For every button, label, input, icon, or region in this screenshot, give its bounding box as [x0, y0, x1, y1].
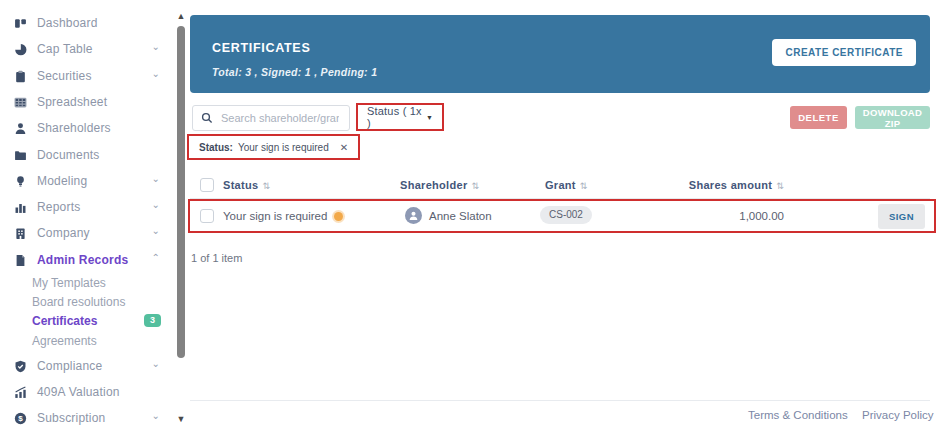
- sort-icon[interactable]: ⇅: [262, 181, 270, 191]
- sidebar-item-documents[interactable]: Documents: [14, 146, 166, 164]
- sidebar-item-compliance[interactable]: Compliance ⌄: [14, 357, 166, 375]
- chevron-down-icon: ⌄: [152, 226, 160, 236]
- pie-chart-icon: [14, 43, 27, 56]
- sidebar-item-label: Shareholders: [37, 121, 111, 135]
- search-input[interactable]: [219, 111, 341, 125]
- sidebar-item-spreadsheet[interactable]: Spreadsheet: [14, 93, 166, 111]
- sidebar-item-cap-table[interactable]: Cap Table ⌄: [14, 40, 166, 58]
- sort-icon[interactable]: ⇅: [472, 181, 480, 191]
- certificates-header-card: CERTIFICATES Total: 3 , Signed: 1 , Pend…: [190, 15, 930, 93]
- sidebar-subitem-board-resolutions[interactable]: Board resolutions: [32, 295, 125, 309]
- sidebar-item-modeling[interactable]: Modeling ⌄: [14, 172, 166, 190]
- sidebar-item-label: Company: [37, 226, 90, 240]
- clipboard-icon: [14, 70, 27, 83]
- sidebar-subitem-agreements[interactable]: Agreements: [32, 334, 97, 348]
- sidebar-item-label: Spreadsheet: [37, 95, 107, 109]
- scrollbar-down-arrow-icon[interactable]: ▼: [175, 414, 187, 424]
- sidebar-item-409a-valuation[interactable]: 409A Valuation: [14, 383, 166, 401]
- filter-chip-value: Your sign is required: [238, 142, 329, 153]
- status-filter-label: Status ( 1x ): [367, 105, 426, 129]
- sidebar-item-shareholders[interactable]: Shareholders: [14, 119, 166, 137]
- sort-icon[interactable]: ⇅: [776, 181, 784, 191]
- lightbulb-icon: [14, 175, 27, 188]
- records-icon: [14, 254, 27, 267]
- dashboard-icon: [14, 17, 27, 30]
- delete-button[interactable]: DELETE: [790, 106, 847, 129]
- sidebar-item-label: Admin Records: [37, 253, 128, 267]
- bar-chart-icon: [14, 201, 27, 214]
- search-box[interactable]: [192, 105, 350, 131]
- column-header-grant: Grant⇅: [545, 179, 588, 191]
- pagination-summary: 1 of 1 item: [191, 252, 242, 264]
- sidebar-item-label: Dashboard: [37, 16, 98, 30]
- chevron-down-icon: ⌄: [152, 42, 160, 52]
- sidebar-item-label: Subscription: [37, 411, 105, 425]
- terms-link[interactable]: Terms & Conditions: [748, 409, 848, 421]
- row-shareholder-cell: Anne Slaton: [429, 210, 492, 222]
- shield-icon: [14, 360, 27, 373]
- folder-icon: [14, 149, 27, 162]
- app: Dashboard Cap Table ⌄ Securities ⌄ Sprea…: [0, 0, 939, 434]
- select-all-checkbox[interactable]: [200, 178, 214, 192]
- create-certificate-button[interactable]: CREATE CERTIFICATE: [772, 39, 916, 66]
- sidebar-item-label: Cap Table: [37, 42, 93, 56]
- sidebar-subitem-certificates[interactable]: Certificates: [32, 314, 97, 328]
- scrollbar-up-arrow-icon[interactable]: ▲: [175, 11, 187, 21]
- sort-icon[interactable]: ⇅: [580, 181, 588, 191]
- sidebar-item-dashboard[interactable]: Dashboard: [14, 14, 166, 32]
- filter-chip-prefix: Status:: [199, 142, 233, 153]
- footer-divider: [190, 400, 930, 401]
- chevron-down-icon: ⌄: [152, 69, 160, 79]
- row-status-cell: Your sign is required: [223, 210, 343, 222]
- sidebar-item-label: Compliance: [37, 359, 102, 373]
- trend-chart-icon: [14, 386, 27, 399]
- page-title: CERTIFICATES: [212, 41, 310, 55]
- certificates-count-badge: 3: [144, 314, 161, 327]
- column-header-status: Status⇅: [223, 179, 270, 191]
- active-filter-chip[interactable]: Status: Your sign is required ✕: [187, 134, 360, 160]
- column-header-shareholder: Shareholder⇅: [400, 179, 479, 191]
- sidebar-subitem-my-templates[interactable]: My Templates: [32, 276, 106, 290]
- chevron-up-icon: ⌃: [152, 253, 160, 263]
- status-filter-dropdown[interactable]: Status ( 1x ) ▼: [356, 103, 444, 131]
- person-icon: [14, 122, 27, 135]
- main-content: CERTIFICATES Total: 3 , Signed: 1 , Pend…: [190, 0, 930, 434]
- sidebar-item-securities[interactable]: Securities ⌄: [14, 67, 166, 85]
- sidebar-item-company[interactable]: Company ⌄: [14, 224, 166, 242]
- sidebar-item-label: 409A Valuation: [37, 385, 120, 399]
- search-icon: [201, 112, 213, 124]
- sidebar-item-label: Modeling: [37, 174, 87, 188]
- row-shares-cell: 1,000.00: [682, 210, 784, 222]
- chevron-down-icon: ⌄: [152, 359, 160, 369]
- certificates-summary: Total: 3 , Signed: 1 , Pending: 1: [212, 66, 377, 78]
- scrollbar-thumb[interactable]: [177, 26, 185, 358]
- svg-text:$: $: [18, 414, 23, 423]
- sidebar-item-label: Reports: [37, 200, 80, 214]
- sidebar-item-admin-records[interactable]: Admin Records ⌃: [14, 251, 166, 269]
- building-icon: [14, 227, 27, 240]
- sign-button[interactable]: SIGN: [878, 204, 925, 229]
- chevron-down-icon: ⌄: [152, 174, 160, 184]
- dropdown-arrow-icon: ▼: [426, 114, 433, 121]
- sidebar-item-reports[interactable]: Reports ⌄: [14, 198, 166, 216]
- download-zip-button[interactable]: DOWNLOAD ZIP: [855, 106, 930, 129]
- privacy-link[interactable]: Privacy Policy: [862, 409, 934, 421]
- avatar: [405, 207, 422, 224]
- sidebar-item-subscription[interactable]: $ Subscription ⌄: [14, 409, 166, 427]
- row-checkbox[interactable]: [200, 209, 214, 223]
- pending-signature-icon: [334, 212, 343, 221]
- sidebar-item-label: Documents: [37, 148, 100, 162]
- dollar-circle-icon: $: [14, 412, 27, 425]
- chevron-down-icon: ⌄: [152, 200, 160, 210]
- column-header-shares-amount: Shares amount⇅: [668, 179, 784, 191]
- sidebar-item-label: Securities: [37, 69, 92, 83]
- chevron-down-icon: ⌄: [152, 411, 160, 421]
- sidebar: Dashboard Cap Table ⌄ Securities ⌄ Sprea…: [0, 0, 172, 434]
- row-grant-badge: CS-002: [540, 206, 592, 224]
- grid-icon: [14, 96, 27, 109]
- remove-filter-icon[interactable]: ✕: [340, 142, 348, 153]
